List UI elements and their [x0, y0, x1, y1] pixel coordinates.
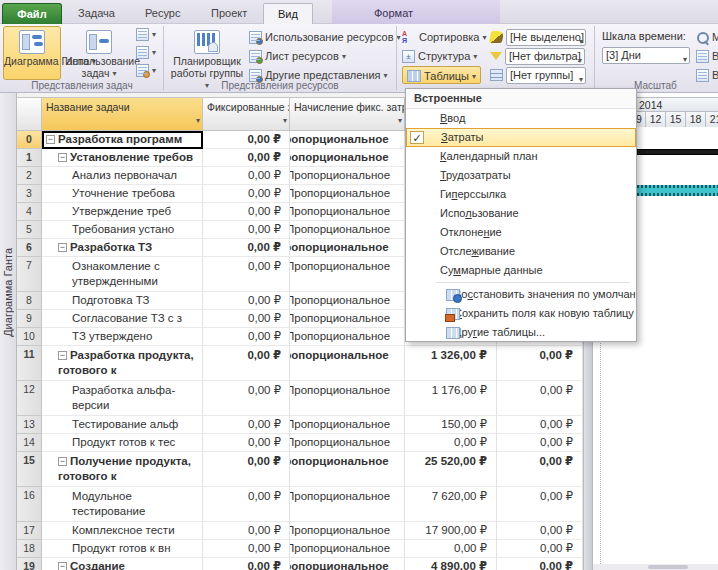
table-row[interactable]: 15−Получение продукта, готового к0,00 ₽П…: [17, 452, 583, 487]
task-name-cell[interactable]: Утверждение треб: [42, 203, 203, 221]
baseline-cost-cell[interactable]: 0,00 ₽: [497, 522, 583, 540]
menu-item[interactable]: Календарный план: [406, 147, 636, 166]
table-row[interactable]: 16Модульное тестирование0,00 ₽Пропорцион…: [17, 487, 583, 522]
row-id-cell[interactable]: 8: [17, 292, 42, 310]
baseline-cost-cell[interactable]: 0,00 ₽: [497, 540, 583, 558]
task-name-cell[interactable]: Ознакомление с утвержденными: [42, 257, 203, 292]
row-id-cell[interactable]: 10: [17, 328, 42, 346]
highlight-icon[interactable]: [489, 31, 505, 43]
menu-item[interactable]: Отслеживание: [406, 242, 636, 261]
select-all-corner[interactable]: [17, 97, 42, 131]
fixed-cost-cell[interactable]: 0,00 ₽: [203, 416, 290, 434]
scrollbar-thumb[interactable]: [648, 565, 688, 569]
timescale-combo[interactable]: [3] Дни▾: [602, 47, 690, 64]
task-usage-button[interactable]: Использование задач ▾: [64, 26, 134, 80]
task-name-cell[interactable]: Комплексное тести: [42, 522, 203, 540]
other-views-button[interactable]: ▾: [136, 63, 158, 79]
task-name-cell[interactable]: ТЗ утверждено: [42, 328, 203, 346]
fixed-cost-cell[interactable]: 0,00 ₽: [203, 522, 290, 540]
total-cost-cell[interactable]: 0,00 ₽: [405, 540, 497, 558]
fixed-cost-cell[interactable]: 0,00 ₽: [203, 434, 290, 452]
task-name-cell[interactable]: −Установление требов: [42, 149, 203, 167]
collapse-icon[interactable]: −: [46, 135, 55, 144]
accrual-cell[interactable]: Пропорциональное: [290, 131, 405, 149]
accrual-cell[interactable]: Пропорциональное: [290, 487, 405, 522]
filter-arrow-icon[interactable]: ▾: [283, 115, 287, 127]
table-row[interactable]: 13Тестирование альф0,00 ₽Пропорционально…: [17, 416, 583, 434]
row-id-cell[interactable]: 1: [17, 149, 42, 167]
tab-view[interactable]: Вид: [263, 3, 313, 24]
accrual-cell[interactable]: Пропорциональное: [290, 434, 405, 452]
row-id-cell[interactable]: 17: [17, 522, 42, 540]
tab-task[interactable]: Задача: [64, 3, 129, 24]
tab-project[interactable]: Проект: [197, 3, 261, 24]
gantt-chart-button[interactable]: Диаграмма Ганта ▾: [3, 26, 61, 80]
accrual-cell[interactable]: Пропорциональное: [290, 292, 405, 310]
menu-item[interactable]: Суммарные данные: [406, 261, 636, 280]
horizontal-scrollbar[interactable]: [593, 564, 718, 570]
accrual-cell[interactable]: Пропорциональное: [290, 558, 405, 570]
row-id-cell[interactable]: 5: [17, 221, 42, 239]
collapse-icon[interactable]: −: [58, 562, 67, 570]
collapse-icon[interactable]: −: [58, 153, 67, 162]
filter-arrow-icon[interactable]: ▾: [196, 115, 200, 127]
tab-format[interactable]: Формат: [360, 3, 427, 24]
resource-sheet-button[interactable]: Лист ресурсов ▾: [249, 47, 401, 65]
filter-icon[interactable]: [490, 52, 502, 60]
fixed-cost-cell[interactable]: 0,00 ₽: [203, 381, 290, 416]
row-id-cell[interactable]: 16: [17, 487, 42, 522]
tables-button[interactable]: Таблицы ▾: [402, 66, 487, 84]
menu-item[interactable]: Использование: [406, 204, 636, 223]
tab-file[interactable]: Файл: [2, 3, 62, 24]
table-row[interactable]: 11−Разработка продукта, готового к0,00 ₽…: [17, 346, 583, 381]
total-cost-cell[interactable]: 17 900,00 ₽: [405, 522, 497, 540]
task-name-cell[interactable]: −Создание: [42, 558, 203, 570]
table-row[interactable]: 17Комплексное тести0,00 ₽Пропорционально…: [17, 522, 583, 540]
table-row[interactable]: 19−Создание0,00 ₽Пропорциональное4 890,0…: [17, 558, 583, 570]
fixed-cost-cell[interactable]: 0,00 ₽: [203, 346, 290, 381]
row-id-cell[interactable]: 11: [17, 346, 42, 381]
fixed-cost-cell[interactable]: 0,00 ₽: [203, 257, 290, 292]
fixed-cost-cell[interactable]: 0,00 ₽: [203, 203, 290, 221]
row-id-cell[interactable]: 12: [17, 381, 42, 416]
fixed-cost-cell[interactable]: 0,00 ₽: [203, 239, 290, 257]
task-name-cell[interactable]: Подготовка ТЗ: [42, 292, 203, 310]
fixed-cost-cell[interactable]: 0,00 ₽: [203, 149, 290, 167]
baseline-cost-cell[interactable]: 0,00 ₽: [497, 487, 583, 522]
task-name-cell[interactable]: −Разработка продукта, готового к: [42, 346, 203, 381]
task-name-cell[interactable]: Согласование ТЗ с з: [42, 310, 203, 328]
accrual-cell[interactable]: Пропорциональное: [290, 203, 405, 221]
accrual-cell[interactable]: Пропорциональное: [290, 167, 405, 185]
accrual-cell[interactable]: Пропорциональное: [290, 239, 405, 257]
tab-resource[interactable]: Ресурс: [131, 3, 194, 24]
accrual-cell[interactable]: Пропорциональное: [290, 540, 405, 558]
task-name-cell[interactable]: Продукт готов к вн: [42, 540, 203, 558]
accrual-cell[interactable]: Пропорциональное: [290, 381, 405, 416]
row-id-cell[interactable]: 2: [17, 167, 42, 185]
fixed-cost-cell[interactable]: 0,00 ₽: [203, 167, 290, 185]
filter-arrow-icon[interactable]: ▾: [398, 115, 402, 127]
table-row[interactable]: 14Продукт готов к тес0,00 ₽Пропорциональ…: [17, 434, 583, 452]
menu-item[interactable]: Трудозатраты: [406, 166, 636, 185]
task-name-cell[interactable]: Продукт готов к тес: [42, 434, 203, 452]
fixed-cost-cell[interactable]: 0,00 ₽: [203, 328, 290, 346]
fixed-cost-cell[interactable]: 0,00 ₽: [203, 452, 290, 487]
sort-button[interactable]: АЯ Сортировка ▾: [402, 28, 487, 46]
fixed-cost-cell[interactable]: 0,00 ₽: [203, 292, 290, 310]
task-name-cell[interactable]: Уточнение требова: [42, 185, 203, 203]
total-cost-cell[interactable]: 7 620,00 ₽: [405, 487, 497, 522]
task-name-cell[interactable]: −Разработка ТЗ: [42, 239, 203, 257]
filter-combo[interactable]: [Нет фильтра]▾: [505, 48, 585, 65]
baseline-cost-cell[interactable]: 0,00 ₽: [497, 381, 583, 416]
row-id-cell[interactable]: 9: [17, 310, 42, 328]
task-name-cell[interactable]: Анализ первоначал: [42, 167, 203, 185]
total-cost-cell[interactable]: 0,00 ₽: [405, 434, 497, 452]
accrual-cell[interactable]: Пропорциональное: [290, 221, 405, 239]
collapse-icon[interactable]: −: [58, 243, 67, 252]
row-id-cell[interactable]: 0: [17, 131, 42, 149]
fixed-cost-cell[interactable]: 0,00 ₽: [203, 487, 290, 522]
total-cost-cell[interactable]: 1 176,00 ₽: [405, 381, 497, 416]
collapse-icon[interactable]: −: [58, 457, 67, 466]
task-name-cell[interactable]: −Получение продукта, готового к: [42, 452, 203, 487]
accrual-cell[interactable]: Пропорциональное: [290, 310, 405, 328]
